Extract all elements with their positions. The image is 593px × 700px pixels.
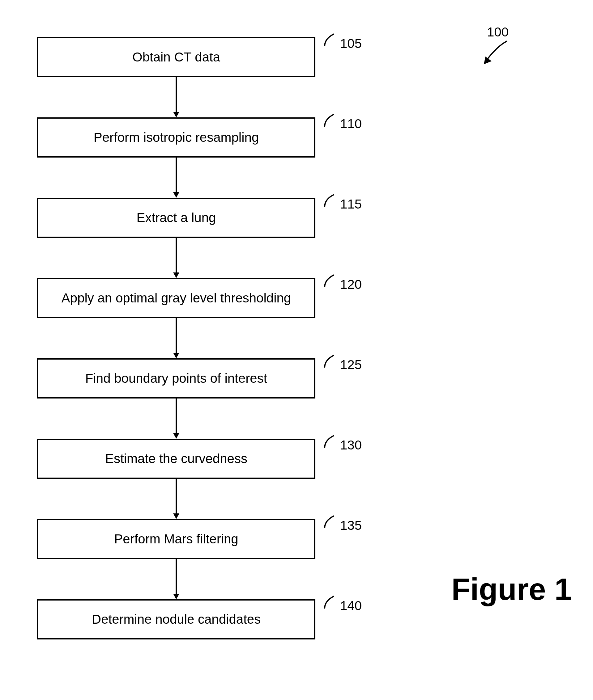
figure-label: Figure 1 — [451, 571, 572, 607]
reference-number: 125 — [340, 357, 362, 372]
leader-line-icon — [321, 351, 340, 372]
leader-line-icon — [321, 29, 340, 51]
step-label: Estimate the curvedness — [105, 451, 247, 466]
step-wrap: Extract a lung 115 — [37, 198, 315, 238]
step-box: Extract a lung — [37, 198, 315, 238]
reference-label: 110 — [321, 110, 362, 131]
step-box: Obtain CT data — [37, 37, 315, 77]
step-label: Apply an optimal gray level thresholding — [62, 291, 291, 306]
reference-number: 115 — [340, 197, 362, 212]
step-box: Find boundary points of interest — [37, 358, 315, 398]
reference-number: 135 — [340, 518, 362, 533]
reference-label: 130 — [321, 431, 362, 452]
reference-number: 140 — [340, 598, 362, 613]
arrow-down-icon — [171, 479, 181, 519]
arrow-down-icon — [171, 158, 181, 198]
step-box: Determine nodule candidates — [37, 599, 315, 640]
leader-line-icon — [321, 270, 340, 292]
reference-number: 130 — [340, 438, 362, 452]
arrow-down-icon — [171, 398, 181, 439]
figure-reference: 100 — [479, 25, 516, 67]
arrow-down-icon — [171, 559, 181, 599]
figure-reference-number: 100 — [487, 25, 509, 40]
step-wrap: Determine nodule candidates 140 — [37, 599, 315, 640]
reference-label: 120 — [321, 270, 362, 292]
reference-label: 125 — [321, 351, 362, 372]
step-wrap: Perform isotropic resampling 110 — [37, 117, 315, 158]
step-wrap: Obtain CT data 105 — [37, 37, 315, 77]
step-wrap: Perform Mars filtering 135 — [37, 519, 315, 559]
step-label: Perform Mars filtering — [114, 532, 238, 546]
step-label: Perform isotropic resampling — [94, 130, 259, 145]
reference-label: 135 — [321, 511, 362, 533]
step-box: Estimate the curvedness — [37, 439, 315, 479]
step-label: Determine nodule candidates — [92, 612, 261, 627]
svg-marker-1 — [173, 112, 179, 117]
reference-label: 140 — [321, 592, 362, 613]
step-wrap: Find boundary points of interest 125 — [37, 358, 315, 398]
flowchart: Obtain CT data 105 Perform isotropic res… — [37, 37, 315, 640]
arrow-down-icon — [171, 318, 181, 358]
svg-marker-13 — [173, 594, 179, 599]
svg-marker-5 — [173, 272, 179, 278]
reference-number: 105 — [340, 36, 362, 51]
reference-number: 120 — [340, 277, 362, 292]
arrow-down-icon — [171, 238, 181, 278]
leader-line-icon — [321, 190, 340, 212]
step-label: Obtain CT data — [132, 50, 220, 64]
step-label: Find boundary points of interest — [85, 371, 267, 386]
step-box: Perform isotropic resampling — [37, 117, 315, 158]
svg-marker-9 — [173, 433, 179, 439]
leader-line-icon — [321, 592, 340, 613]
leader-arrow-icon — [479, 40, 516, 67]
svg-marker-11 — [173, 514, 179, 519]
reference-label: 115 — [321, 190, 362, 212]
step-box: Perform Mars filtering — [37, 519, 315, 559]
reference-number: 110 — [340, 117, 362, 131]
step-wrap: Estimate the curvedness 130 — [37, 439, 315, 479]
step-wrap: Apply an optimal gray level thresholding… — [37, 278, 315, 318]
leader-line-icon — [321, 511, 340, 533]
step-label: Extract a lung — [137, 210, 216, 225]
svg-marker-7 — [173, 353, 179, 358]
leader-line-icon — [321, 431, 340, 452]
arrow-down-icon — [171, 77, 181, 117]
step-box: Apply an optimal gray level thresholding — [37, 278, 315, 318]
reference-label: 105 — [321, 29, 362, 51]
leader-line-icon — [321, 110, 340, 131]
svg-marker-3 — [173, 192, 179, 198]
